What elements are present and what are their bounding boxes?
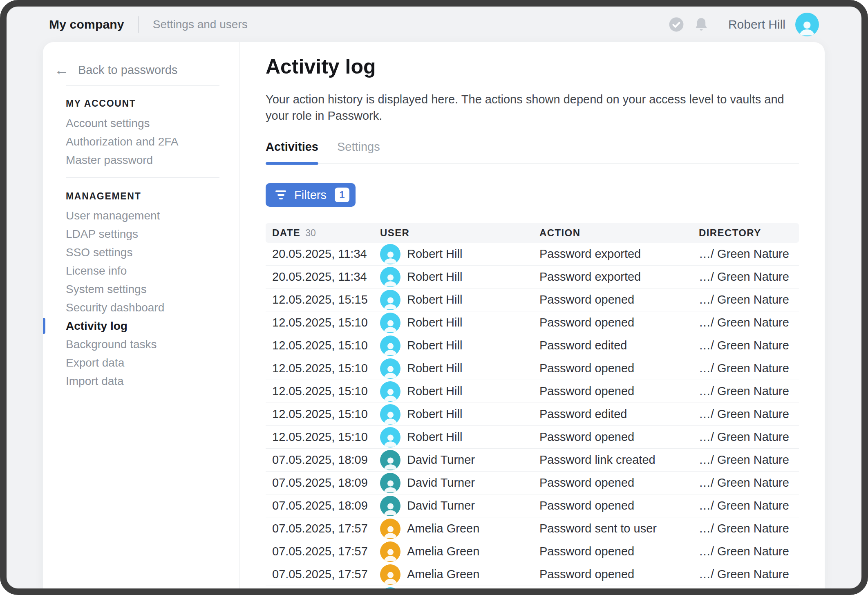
row-date: 12.05.2025, 15:10 xyxy=(266,362,380,375)
table-row[interactable]: 07.05.2025, 17:57 Amelia Green Password … xyxy=(266,517,799,540)
user-avatar[interactable] xyxy=(795,13,819,36)
column-header-directory[interactable]: DIRECTORY xyxy=(699,227,799,239)
sidebar-item[interactable]: User management xyxy=(43,206,239,225)
row-user: Robert Hill xyxy=(380,587,539,595)
sidebar-divider xyxy=(66,177,219,178)
user-avatar xyxy=(380,450,400,470)
user-name[interactable]: Robert Hill xyxy=(728,18,785,31)
table-row[interactable]: 12.05.2025, 15:10 Robert Hill Password o… xyxy=(266,426,799,449)
row-directory: …/ Green Nature xyxy=(699,362,799,375)
row-user: Robert Hill xyxy=(380,404,539,425)
table-row[interactable]: 12.05.2025, 15:10 Robert Hill Password e… xyxy=(266,403,799,426)
user-avatar xyxy=(380,404,400,425)
row-action: Password opened xyxy=(539,568,699,581)
row-user-name: Amelia Green xyxy=(407,545,479,558)
row-user: Robert Hill xyxy=(380,358,539,379)
table-row[interactable]: 07.05.2025, 17:57 Amelia Green Password … xyxy=(266,563,799,586)
row-action: Password exported xyxy=(539,270,699,284)
table-header: DATE 30 USER ACTION DIRECTORY xyxy=(266,223,799,243)
sidebar-item[interactable]: Authorization and 2FA xyxy=(43,132,239,151)
row-action: Password edited xyxy=(539,339,699,352)
row-directory: …/ Green Nature xyxy=(699,430,799,444)
row-date: 12.05.2025, 15:10 xyxy=(266,385,380,398)
sidebar-item[interactable]: Activity log xyxy=(43,317,239,335)
table-row[interactable]: 12.05.2025, 15:15 Robert Hill Password o… xyxy=(266,289,799,311)
user-avatar xyxy=(380,519,400,539)
table-row[interactable]: 12.05.2025, 15:10 Robert Hill Password o… xyxy=(266,357,799,380)
row-directory: …/ Green Nature xyxy=(699,407,799,421)
top-bar: My company Settings and users Robert Hil… xyxy=(7,7,861,42)
table-row[interactable]: 20.05.2025, 11:34 Robert Hill Password e… xyxy=(266,266,799,289)
row-user: David Turner xyxy=(380,450,539,470)
row-date: 07.05.2025, 18:09 xyxy=(266,499,380,512)
sidebar-item-label: Authorization and 2FA xyxy=(66,135,179,148)
bell-icon[interactable] xyxy=(693,16,709,33)
row-user-name: Robert Hill xyxy=(407,362,462,375)
table-row[interactable]: 07.05.2025, 16:30 Robert Hill Password c… xyxy=(266,586,799,595)
sidebar-my-account-list: Account settings Authorization and 2FA M… xyxy=(43,114,239,169)
tab-label: Activities xyxy=(266,140,318,153)
user-avatar xyxy=(380,244,400,264)
sidebar-item[interactable]: System settings xyxy=(43,280,239,298)
sidebar-item[interactable]: Import data xyxy=(43,372,239,390)
table-row[interactable]: 07.05.2025, 18:09 David Turner Password … xyxy=(266,494,799,517)
tab[interactable]: Activities xyxy=(266,140,318,163)
sidebar-item[interactable]: Export data xyxy=(43,353,239,372)
table-row[interactable]: 12.05.2025, 15:10 Robert Hill Password o… xyxy=(266,311,799,334)
row-user-name: Robert Hill xyxy=(407,385,462,398)
sidebar-item[interactable]: SSO settings xyxy=(43,243,239,262)
row-directory: …/ Green Nature xyxy=(699,293,799,306)
settings-sidebar: ← Back to passwords MY ACCOUNT Account s… xyxy=(43,42,240,588)
company-name[interactable]: My company xyxy=(49,18,124,31)
user-avatar xyxy=(380,381,400,402)
sidebar-section-title: MANAGEMENT xyxy=(66,191,141,202)
row-date: 20.05.2025, 11:34 xyxy=(266,270,380,284)
column-header-date[interactable]: DATE 30 xyxy=(266,227,380,239)
row-directory: …/ Green Nature xyxy=(699,499,799,512)
date-column-label: DATE xyxy=(272,227,300,239)
sidebar-item-label: SSO settings xyxy=(66,246,132,259)
sidebar-item[interactable]: LDAP settings xyxy=(43,225,239,243)
row-date: 20.05.2025, 11:34 xyxy=(266,247,380,261)
tab[interactable]: Settings xyxy=(337,140,380,163)
column-header-user[interactable]: USER xyxy=(380,227,539,239)
user-avatar xyxy=(380,541,400,562)
row-user-name: Robert Hill xyxy=(407,591,462,595)
sidebar-item-label: Import data xyxy=(66,375,124,388)
row-user: Robert Hill xyxy=(380,313,539,333)
sidebar-item[interactable]: Security dashboard xyxy=(43,298,239,317)
back-to-passwords-link[interactable]: ← Back to passwords xyxy=(54,63,177,77)
sidebar-item[interactable]: Account settings xyxy=(43,114,239,132)
check-circle-icon[interactable] xyxy=(669,17,684,32)
sidebar-item-label: User management xyxy=(66,209,160,222)
sidebar-item-label: Activity log xyxy=(66,320,128,333)
row-action: Password opened xyxy=(539,362,699,375)
row-user-name: David Turner xyxy=(407,453,475,467)
sidebar-item-label: System settings xyxy=(66,283,147,296)
row-user: Amelia Green xyxy=(380,564,539,585)
row-user: Robert Hill xyxy=(380,336,539,356)
sidebar-item[interactable]: Background tasks xyxy=(43,335,239,353)
table-row[interactable]: 07.05.2025, 18:09 David Turner Password … xyxy=(266,472,799,494)
table-row[interactable]: 12.05.2025, 15:10 Robert Hill Password o… xyxy=(266,380,799,403)
filters-button[interactable]: Filters 1 xyxy=(266,183,356,207)
user-avatar xyxy=(380,473,400,493)
sidebar-item[interactable]: License info xyxy=(43,262,239,280)
table-row[interactable]: 12.05.2025, 15:10 Robert Hill Password e… xyxy=(266,334,799,357)
row-user-name: David Turner xyxy=(407,499,475,512)
sidebar-item-label: Master password xyxy=(66,154,153,167)
user-avatar xyxy=(380,313,400,333)
row-date: 12.05.2025, 15:15 xyxy=(266,293,380,306)
column-header-action[interactable]: ACTION xyxy=(539,227,699,239)
table-row[interactable]: 07.05.2025, 17:57 Amelia Green Password … xyxy=(266,540,799,563)
row-directory: …/ Green Nature xyxy=(699,339,799,352)
filters-count-badge: 1 xyxy=(335,188,349,202)
table-row[interactable]: 07.05.2025, 18:09 David Turner Password … xyxy=(266,449,799,472)
row-date: 07.05.2025, 18:09 xyxy=(266,476,380,490)
table-body: 20.05.2025, 11:34 Robert Hill Password e… xyxy=(266,243,799,595)
sidebar-item[interactable]: Master password xyxy=(43,151,239,169)
table-row[interactable]: 20.05.2025, 11:34 Robert Hill Password e… xyxy=(266,243,799,266)
row-user-name: Robert Hill xyxy=(407,339,462,352)
row-date: 07.05.2025, 16:30 xyxy=(266,591,380,595)
row-action: Password opened xyxy=(539,430,699,444)
